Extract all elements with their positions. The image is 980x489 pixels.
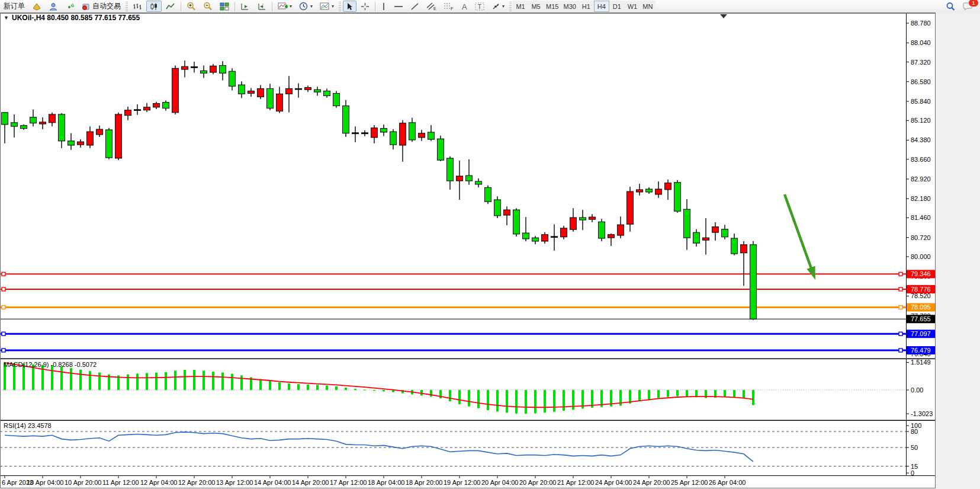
zoom-in-button[interactable] — [184, 1, 199, 12]
macd-histogram-bar — [430, 390, 432, 397]
cursor-tool-button[interactable] — [343, 1, 356, 12]
trendline-tool-button[interactable] — [407, 1, 422, 12]
line-anchor-handle[interactable] — [2, 305, 5, 309]
fibonacci-tool-button[interactable]: F — [441, 1, 457, 12]
line-anchor-handle[interactable] — [899, 349, 902, 352]
candle — [106, 128, 113, 159]
signal-icon — [65, 2, 75, 11]
line-anchor-handle[interactable] — [2, 349, 5, 352]
line-anchor-handle[interactable] — [899, 272, 902, 276]
indicators-button[interactable]: ▾ — [275, 1, 295, 12]
macd-histogram-bar — [676, 390, 679, 396]
date-tick-label: 19 Apr 12:00 — [444, 479, 480, 486]
candlestick-chart-button[interactable] — [146, 1, 162, 12]
bar-chart-button[interactable] — [130, 1, 145, 12]
macd-histogram-bar — [307, 385, 309, 390]
horizontal-line-tool-button[interactable] — [391, 1, 406, 12]
macd-histogram-bar — [221, 372, 224, 390]
date-tick-label: 18 Apr 04:00 — [368, 479, 404, 486]
timeframe-M15[interactable]: M15 — [544, 1, 561, 12]
price-line-badge-label: 77.097 — [911, 330, 931, 337]
vertical-line-tool-button[interactable] — [378, 1, 390, 12]
text-label-tool-button[interactable]: T — [472, 1, 487, 12]
history-icon-button[interactable] — [29, 1, 44, 12]
timeframe-H1[interactable]: H1 — [579, 1, 594, 12]
line-anchor-handle[interactable] — [899, 305, 902, 309]
candle-body — [475, 181, 482, 184]
search-button[interactable] — [943, 1, 959, 12]
chart-shift-button[interactable] — [254, 1, 269, 12]
tile-windows-icon — [220, 2, 229, 11]
templates-button[interactable]: ▾ — [317, 1, 337, 12]
timeframe-W1[interactable]: W1 — [625, 1, 640, 12]
rsi-scale-label: 80 — [911, 428, 918, 435]
candle-body — [674, 183, 681, 211]
chart-plot-area[interactable] — [0, 13, 906, 358]
candle-body — [627, 191, 634, 224]
macd-histogram-bar — [383, 390, 385, 391]
macd-histogram-bar — [525, 390, 527, 414]
trendline-icon — [410, 2, 419, 11]
crosshair-tool-button[interactable] — [358, 1, 372, 12]
arrows-tool-button[interactable]: ▾ — [489, 1, 507, 12]
equidistant-channel-tool-button[interactable]: E — [423, 1, 439, 12]
new-order-button[interactable]: 新订单 — [1, 1, 28, 12]
candle-body — [40, 122, 46, 124]
candle-body — [618, 225, 624, 235]
date-tick-label: 10 Apr 04:00 — [27, 479, 63, 486]
price-tick-label: 85.120 — [911, 117, 931, 124]
macd-histogram-bar — [496, 390, 499, 411]
timeframe-M30[interactable]: M30 — [561, 1, 578, 12]
notifications-button[interactable]: 1 — [960, 1, 976, 12]
line-anchor-handle[interactable] — [2, 332, 5, 335]
timeframe-D1[interactable]: D1 — [609, 1, 625, 12]
candle-body — [343, 106, 349, 133]
timeframe-H4[interactable]: H4 — [594, 1, 609, 12]
periods-button[interactable]: ▾ — [296, 1, 316, 12]
macd-histogram-bar — [70, 368, 72, 390]
cursor-icon — [346, 2, 354, 11]
text-icon: A — [461, 2, 468, 11]
tile-windows-button[interactable] — [217, 1, 232, 12]
date-tick-label: 25 Apr 12:00 — [671, 479, 708, 486]
line-anchor-handle[interactable] — [2, 287, 5, 291]
candle-body — [750, 245, 757, 319]
macd-histogram-bar — [458, 390, 461, 404]
price-tick-label: 86.580 — [911, 78, 931, 85]
macd-histogram-bar — [203, 370, 205, 390]
candle-body — [134, 110, 141, 111]
price-tick-label: 84.380 — [911, 136, 931, 143]
price-line-badge-label: 79.346 — [911, 270, 931, 277]
profile-icon-button[interactable] — [46, 1, 61, 12]
timeframe-M5[interactable]: M5 — [528, 1, 544, 12]
date-tick-label: 14 Apr 04:00 — [254, 479, 291, 486]
zoom-out-button[interactable] — [200, 1, 216, 12]
price-tick-label: 88.780 — [911, 20, 931, 27]
auto-trading-button[interactable]: 自动交易 — [79, 1, 124, 12]
auto-scroll-button[interactable] — [237, 1, 253, 12]
candle-body — [21, 126, 27, 129]
macd-histogram-bar — [127, 375, 129, 390]
candle-body — [239, 85, 245, 94]
line-anchor-handle[interactable] — [899, 287, 902, 291]
timeframe-MN[interactable]: MN — [640, 1, 656, 12]
indicators-icon — [278, 2, 288, 11]
text-tool-button[interactable]: A — [458, 1, 471, 12]
macd-histogram-bar — [345, 388, 347, 390]
date-tick-label: 10 Apr 20:00 — [65, 479, 101, 486]
macd-histogram-bar — [439, 390, 442, 398]
line-chart-button[interactable] — [163, 1, 178, 12]
price-tick-label: 85.840 — [911, 98, 931, 105]
candle-body — [381, 129, 387, 132]
svg-text:T: T — [478, 3, 482, 10]
chart-title-overlay: UKOil-,H4 80.450 80.585 77.615 77.655 — [12, 14, 140, 22]
timeframe-M1[interactable]: M1 — [513, 1, 528, 12]
signals-icon-button[interactable] — [62, 1, 78, 12]
line-anchor-handle[interactable] — [899, 332, 902, 335]
candle-body — [352, 133, 359, 134]
candle-body — [125, 110, 131, 116]
chart-shift-icon — [257, 2, 266, 11]
line-anchor-handle[interactable] — [2, 272, 5, 276]
candle-body — [277, 94, 283, 111]
svg-text:E: E — [433, 7, 436, 11]
